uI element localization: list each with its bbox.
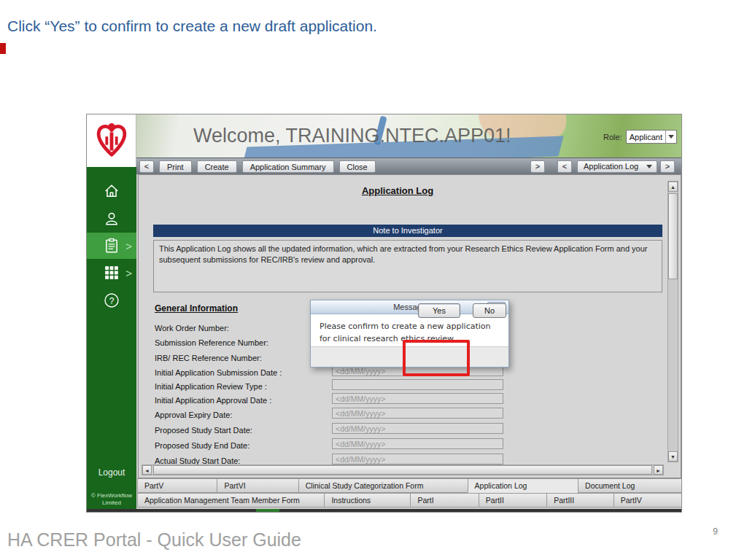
slide-title: Click “Yes” to confirm to create a new d… [7, 18, 377, 35]
tab-partv[interactable]: PartV [137, 478, 217, 493]
form-field-row: Initial Application Approval Date : [155, 393, 665, 405]
chevron-right-icon: > [125, 241, 132, 252]
sidebar-item-help[interactable]: ? [87, 287, 136, 314]
toolbar-button-print[interactable]: Print [159, 160, 192, 173]
field-label: Initial Application Review Type : [155, 382, 267, 391]
yes-button[interactable]: Yes [418, 303, 460, 318]
role-select-value: Applicant [627, 133, 665, 141]
tab-partvi[interactable]: PartVI [217, 478, 298, 493]
pager-next-button[interactable]: > [660, 160, 675, 173]
scroll-up-icon[interactable]: ▲ [668, 182, 678, 192]
pager-prev-button[interactable]: < [557, 160, 572, 173]
sidebar-item-profile[interactable] [87, 205, 136, 233]
no-button[interactable]: No [473, 303, 506, 318]
form-field-row: Initial Application Review Type : [155, 379, 665, 391]
field-input[interactable] [332, 379, 503, 390]
vertical-scrollbar[interactable]: ▲ ▼ [667, 181, 678, 462]
header-banner: Welcome, TRAINING.NTEC.APP01! Role: Appl… [136, 114, 682, 158]
toolbar-buttons: PrintCreateApplication SummaryClose [159, 160, 381, 174]
app-screenshot: Welcome, TRAINING.NTEC.APP01! Role: Appl… [86, 114, 682, 513]
scroll-left-icon[interactable]: ◄ [142, 465, 152, 475]
page-select-value: Application Log [578, 162, 646, 171]
window-bottom-strip [87, 509, 682, 513]
form-field-row: Actual Study Start Date: [155, 454, 665, 465]
chevron-down-icon [646, 165, 652, 168]
welcome-message: Welcome, TRAINING.NTEC.APP01! [193, 114, 511, 158]
tab-partii[interactable]: PartII [479, 493, 547, 508]
form-field-row: Approval Expiry Date: [155, 408, 665, 419]
tabs-row-1: PartVPartVIClinical Study Categorization… [138, 478, 682, 493]
page-title: Application Log [139, 185, 657, 196]
tab-application-management-team-member-form[interactable]: Application Management Team Member Form [137, 493, 325, 508]
scroll-down-icon[interactable]: ▼ [668, 451, 678, 462]
vertical-scrollbar-thumb[interactable] [668, 193, 678, 279]
toolbar-button-close[interactable]: Close [339, 160, 376, 173]
field-label: Initial Application Approval Date : [155, 396, 271, 405]
form-field-row: Proposed Study End Date: [155, 438, 665, 450]
red-edge-mark [0, 43, 6, 54]
field-label: Work Order Number: [155, 324, 229, 332]
tab-partiv[interactable]: PartIV [614, 493, 682, 508]
tab-clinical-study-categorization-form[interactable]: Clinical Study Categorization Form [298, 478, 468, 493]
chevron-right-icon: > [125, 268, 132, 279]
tab-parti[interactable]: PartI [410, 493, 479, 508]
field-input[interactable] [332, 438, 503, 449]
content-panel: Application Log Note to Investigator Thi… [138, 174, 681, 478]
horizontal-scrollbar-thumb[interactable] [153, 465, 652, 475]
ha-heart-logo-icon [95, 122, 128, 160]
toolbar-button-application-summary[interactable]: Application Summary [242, 160, 334, 173]
flexworkflow-copyright: © FlexWorkflow Limited [87, 492, 136, 507]
page-select[interactable]: Application Log [577, 160, 657, 173]
clipboard-icon [104, 238, 120, 254]
grid-icon [104, 265, 120, 281]
role-select[interactable]: Applicant [626, 130, 677, 144]
toolbar-button-create[interactable]: Create [197, 160, 237, 173]
field-label: Initial Application Submission Date : [155, 368, 282, 377]
horizontal-scrollbar[interactable]: ◄ ► [142, 464, 664, 475]
svg-text:?: ? [109, 296, 115, 306]
home-icon [104, 183, 120, 199]
person-icon [104, 211, 120, 227]
chevron-down-icon [665, 131, 676, 143]
toolbar-next-button[interactable]: > [530, 160, 545, 173]
sidebar-item-home[interactable] [87, 177, 136, 205]
note-text: This Application Log shows all the updat… [153, 240, 662, 292]
annotation-highlight-yes [403, 340, 470, 376]
note-to-investigator-bar: Note to Investigator [153, 225, 662, 237]
tab-application-log[interactable]: Application Log [468, 478, 579, 493]
section-heading: General Information [155, 303, 238, 314]
field-input[interactable] [332, 408, 503, 419]
tabs-row-2: Application Management Team Member FormI… [138, 493, 682, 508]
tab-partiii[interactable]: PartIII [546, 493, 614, 508]
tab-document-log[interactable]: Document Log [578, 478, 682, 493]
field-input[interactable] [332, 423, 503, 434]
role-label: Role: [603, 133, 622, 141]
field-label: Proposed Study Start Date: [155, 426, 252, 435]
help-icon: ? [103, 292, 120, 309]
sidebar-item-modules[interactable]: > [87, 259, 136, 287]
slide: Click “Yes” to confirm to create a new d… [0, 0, 747, 560]
sidebar-item-applications[interactable]: > [87, 233, 136, 259]
ha-logo [87, 114, 136, 167]
slide-footer-title: HA CRER Portal - Quick User Guide [7, 529, 301, 551]
field-label: Proposed Study End Date: [155, 441, 249, 450]
toolbar: < PrintCreateApplication SummaryClose > … [136, 158, 682, 174]
field-input[interactable] [332, 454, 503, 464]
field-input[interactable] [332, 393, 503, 404]
bottom-strip-green [256, 509, 279, 513]
field-label: IRB/ REC Reference Number: [155, 354, 262, 362]
sidebar: > > ? Logout © FlexWorkflow [87, 167, 136, 509]
page-number: 9 [713, 526, 718, 537]
field-label: Approval Expiry Date: [155, 411, 232, 419]
form-field-row: Proposed Study Start Date: [155, 423, 665, 435]
tab-instructions[interactable]: Instructions [324, 493, 411, 508]
toolbar-prev-button[interactable]: < [139, 160, 154, 173]
logout-button[interactable]: Logout [87, 467, 136, 478]
scroll-right-icon[interactable]: ► [654, 465, 663, 475]
field-label: Submission Reference Number: [155, 338, 268, 347]
